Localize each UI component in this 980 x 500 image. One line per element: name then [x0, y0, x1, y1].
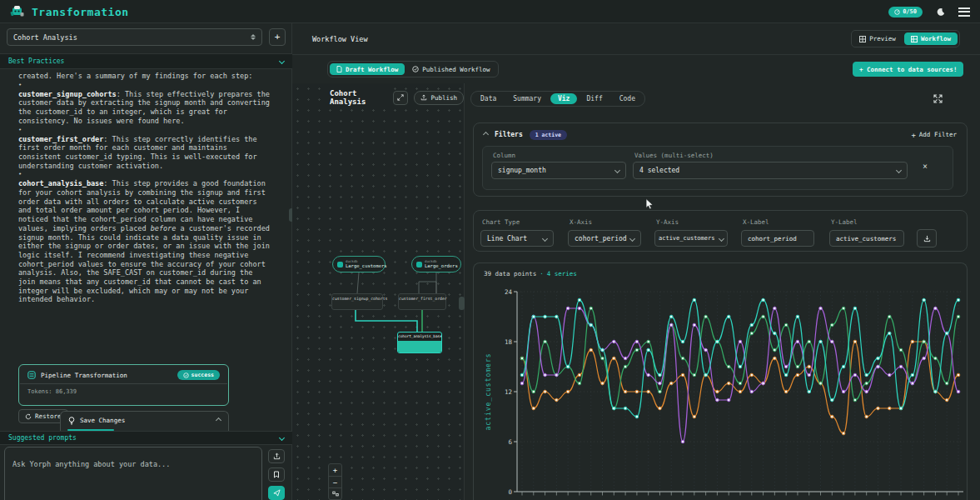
tab-viz[interactable]: Viz	[550, 93, 577, 104]
grid-icon	[911, 36, 918, 42]
upload-icon	[273, 452, 281, 460]
collapse-filters-icon[interactable]	[483, 132, 489, 138]
svg-text:active_customers: active_customers	[485, 352, 492, 430]
svg-text:0: 0	[508, 488, 512, 496]
y-axis-select[interactable]: active_customers	[654, 230, 728, 247]
send-button[interactable]	[268, 486, 285, 500]
filters-section: Filters 1 active + Add Filter Column sig…	[473, 122, 968, 197]
lightbulb-icon	[68, 417, 75, 425]
publish-label: Publish	[430, 94, 457, 102]
view-title: Workflow View	[312, 35, 368, 43]
moon-icon[interactable]	[936, 8, 945, 17]
preview-toggle-button[interactable]: Preview	[853, 32, 902, 45]
logo-icon	[10, 5, 25, 18]
tab-published-workflow[interactable]: Published Workflow	[406, 63, 495, 75]
filter-values-value: 4 selected	[639, 167, 679, 174]
y-axis-label: Y-Axis	[656, 218, 679, 226]
best-practices-title: Best Practices	[8, 58, 64, 65]
chat-input[interactable]: Ask Yorph anything about your data...	[4, 447, 262, 500]
pipeline-card[interactable]: Pipeline Transformation success Tokens: …	[18, 364, 229, 406]
fit-view-button[interactable]	[329, 488, 341, 499]
workflow-select[interactable]: Cohort Analysis	[7, 28, 262, 46]
series-count-label: 4 series	[547, 270, 577, 278]
usage-count: 0/50	[903, 8, 917, 15]
top-header: Transformation 0/50	[0, 0, 980, 23]
draft-tab-label: Draft Workflow	[346, 66, 398, 73]
suggested-prompts-title: Suggested prompts	[8, 434, 77, 442]
expand-button[interactable]	[393, 91, 408, 105]
bookmark-button[interactable]	[268, 468, 285, 482]
plus-icon: +	[911, 131, 915, 139]
upload-button[interactable]	[268, 449, 285, 463]
connect-label: + Connect to data sources!	[859, 66, 957, 73]
meta-separator: ·	[540, 270, 544, 278]
canvas-title: Cohort Analysis	[327, 88, 387, 108]
source-node-large-orders[interactable]: duckdb Large_orders	[411, 256, 461, 272]
zoom-in-button[interactable]: +	[329, 464, 341, 477]
left-sidebar: Cohort Analysis + Best Practices created…	[0, 23, 292, 500]
best-practices-header[interactable]: Best Practices	[0, 53, 292, 69]
viz-tab-group: Data Summary Viz Diff Code	[470, 91, 645, 107]
workflow-label: Workflow	[921, 35, 951, 42]
source-node-large-customers[interactable]: duckdb Large_customers	[332, 256, 386, 272]
tab-code[interactable]: Code	[612, 93, 643, 104]
fit-view-icon	[332, 491, 339, 497]
pipeline-icon	[27, 371, 36, 379]
restore-label: Restore	[35, 412, 62, 420]
chart-type-value: Line Chart	[487, 235, 527, 242]
save-changes-panel[interactable]: Save Changes	[60, 411, 229, 431]
filter-column-value: signup_month	[498, 167, 546, 174]
node-cohort-analysis-base[interactable]: cohort_analysis_base	[397, 332, 442, 353]
filter-column-label: Column	[493, 152, 515, 159]
restore-icon	[25, 413, 32, 420]
add-filter-label: Add Filter	[919, 131, 957, 138]
chevron-down-icon	[542, 235, 548, 241]
chevron-down-icon	[279, 58, 285, 64]
line-chart[interactable]: 06121824active_customers	[480, 287, 970, 500]
x-axis-value: cohort_period	[575, 235, 627, 242]
filter-values-label: Values (multi-select)	[634, 152, 714, 159]
zoom-out-button[interactable]: −	[329, 477, 341, 488]
publish-button[interactable]: Publish	[414, 91, 464, 105]
fullscreen-icon[interactable]	[933, 94, 943, 103]
filters-title: Filters	[495, 131, 523, 138]
filter-values-select[interactable]: 4 selected	[633, 162, 908, 179]
preview-label: Preview	[869, 35, 896, 42]
send-icon	[273, 489, 281, 497]
y-label-input[interactable]: active_customers	[829, 230, 904, 247]
chart-controls: Chart Type Line Chart X-Axis cohort_peri…	[473, 210, 968, 252]
download-chart-button[interactable]	[917, 229, 937, 248]
workflow-view-header: Workflow View Preview Workflow	[292, 23, 980, 55]
filter-column-select[interactable]: signup_month	[491, 162, 626, 179]
connect-data-sources-button[interactable]: + Connect to data sources!	[853, 62, 963, 77]
canvas-controls: + −	[328, 463, 342, 500]
node-customer-first-order[interactable]: customer_first_order	[398, 293, 446, 310]
x-axis-select[interactable]: cohort_period	[568, 230, 641, 247]
add-filter-button[interactable]: + Add Filter	[911, 131, 957, 139]
suggested-prompts-header[interactable]: Suggested prompts	[0, 431, 292, 445]
workflow-canvas[interactable]: Cohort Analysis Publish	[292, 83, 465, 500]
pane-resize-handle-right[interactable]	[459, 297, 465, 310]
remove-filter-button[interactable]: ×	[923, 162, 928, 171]
status-badge: success	[177, 370, 220, 380]
chat-placeholder: Ask Yorph anything about your data...	[12, 460, 170, 468]
status-text: success	[192, 372, 214, 378]
workflow-toggle-button[interactable]: Workflow	[904, 32, 958, 45]
tab-diff[interactable]: Diff	[579, 93, 609, 104]
menu-icon[interactable]	[958, 8, 970, 17]
x-axis-label: X-Axis	[570, 218, 592, 226]
usage-badge[interactable]: 0/50	[888, 7, 923, 18]
chevron-down-icon	[719, 235, 724, 241]
tab-draft-workflow[interactable]: Draft Workflow	[330, 63, 405, 75]
tab-data[interactable]: Data	[473, 93, 504, 104]
tab-summary[interactable]: Summary	[505, 93, 549, 104]
app-root: Transformation 0/50	[0, 0, 980, 500]
svg-text:24: 24	[505, 288, 513, 296]
check-circle-icon	[412, 66, 419, 72]
chevrons-up-down-icon	[251, 34, 256, 40]
node-customer-signup-cohorts[interactable]: customer_signup_cohorts	[331, 293, 383, 310]
chart-type-select[interactable]: Line Chart	[480, 230, 554, 247]
x-label-label: X-Label	[743, 218, 769, 226]
x-label-input[interactable]: cohort_period	[741, 230, 814, 247]
add-workflow-button[interactable]: +	[269, 28, 286, 46]
